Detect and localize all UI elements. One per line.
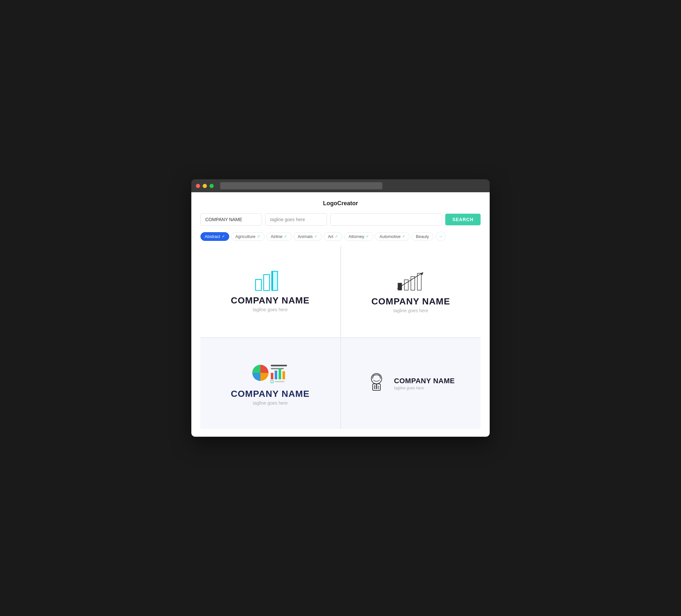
category-animals[interactable]: Animals ✓ [294,232,322,241]
svg-rect-0 [255,280,261,290]
category-abstract[interactable]: Abstract ✓ [200,232,229,241]
category-animals-label: Animals [298,234,312,239]
logo-2-tagline: tagline goes here [393,308,428,313]
logo-3-tagline: tagline goes here [253,401,288,406]
category-airline-label: Airline [271,234,282,239]
pie-chart-icon: ✓ [251,361,289,384]
category-abstract-label: Abstract [205,234,220,239]
logo-card-3[interactable]: ✓ COMPANY NAME tagline goes here [200,338,340,429]
logo-card-1[interactable]: COMPANY NAME tagline goes here [200,247,340,337]
search-button[interactable]: SEARCH [445,214,481,225]
category-art-label: Art [328,234,333,239]
category-beauty[interactable]: Beauty [411,232,433,241]
svg-rect-12 [271,368,284,369]
address-bar[interactable] [220,182,382,189]
app-window: LogoCreator SEARCH Abstract ✓ Agricultur… [191,179,490,437]
automotive-check-icon: ✓ [402,234,405,239]
tagline-input[interactable] [265,213,327,226]
logo-card-2[interactable]: COMPANY NAME tagline goes here [341,247,481,337]
svg-rect-19 [275,381,284,382]
chart-arrow-icon [395,271,427,292]
svg-rect-14 [275,370,277,379]
logo-4-name: COMPANY NAME [394,377,455,385]
color-input[interactable] [330,213,442,226]
app-title: LogoCreator [200,200,481,207]
animals-check-icon: ✓ [314,234,318,239]
art-check-icon: ✓ [335,234,338,239]
robot-icon [367,371,389,395]
svg-rect-13 [271,373,273,379]
category-agriculture-label: Agriculture [235,234,255,239]
svg-rect-4 [272,272,273,290]
category-automotive[interactable]: Automotive ✓ [375,232,409,241]
category-airline[interactable]: Airline ✓ [267,232,292,241]
category-bar: Abstract ✓ Agriculture ✓ Airline ✓ Anima… [200,231,481,241]
logo-4-text: COMPANY NAME tagline goes here [394,377,455,390]
logo-1-name: COMPANY NAME [231,296,310,306]
airline-check-icon: ✓ [284,234,287,239]
category-automotive-label: Automotive [379,234,401,239]
logo-1-tagline: tagline goes here [253,307,288,312]
svg-rect-24 [378,386,379,389]
svg-rect-15 [279,369,281,379]
logo-card-4[interactable]: COMPANY NAME tagline goes here [341,338,481,429]
category-agriculture[interactable]: Agriculture ✓ [231,232,264,241]
app-content: LogoCreator SEARCH Abstract ✓ Agricultur… [191,192,490,437]
agriculture-check-icon: ✓ [257,234,260,239]
logo-4-tagline: tagline goes here [394,386,455,390]
company-name-input[interactable] [200,213,262,226]
titlebar [191,179,490,192]
category-beauty-label: Beauty [416,234,429,239]
maximize-button[interactable] [209,184,214,188]
logo-3-name: COMPANY NAME [231,389,310,399]
inline-logo-container: COMPANY NAME tagline goes here [367,371,455,395]
abstract-check-icon: ✓ [222,234,225,239]
svg-rect-16 [282,371,285,379]
svg-text:✓: ✓ [272,381,273,383]
svg-rect-22 [374,385,375,389]
minimize-button[interactable] [203,184,207,188]
category-attorney[interactable]: Attorney ✓ [345,232,373,241]
search-bar: SEARCH [200,213,481,226]
svg-rect-1 [263,275,270,290]
bars-icon [254,272,286,291]
svg-rect-11 [271,365,287,366]
category-art[interactable]: Art ✓ [324,232,343,241]
svg-rect-6 [404,280,408,290]
close-button[interactable] [196,184,200,188]
logo-2-name: COMPANY NAME [371,296,450,307]
svg-line-9 [397,272,423,288]
svg-rect-23 [376,384,377,389]
logo-grid: COMPANY NAME tagline goes here [200,247,481,429]
attorney-check-icon: ✓ [366,234,369,239]
category-next-button[interactable]: → [436,231,446,241]
category-attorney-label: Attorney [349,234,364,239]
